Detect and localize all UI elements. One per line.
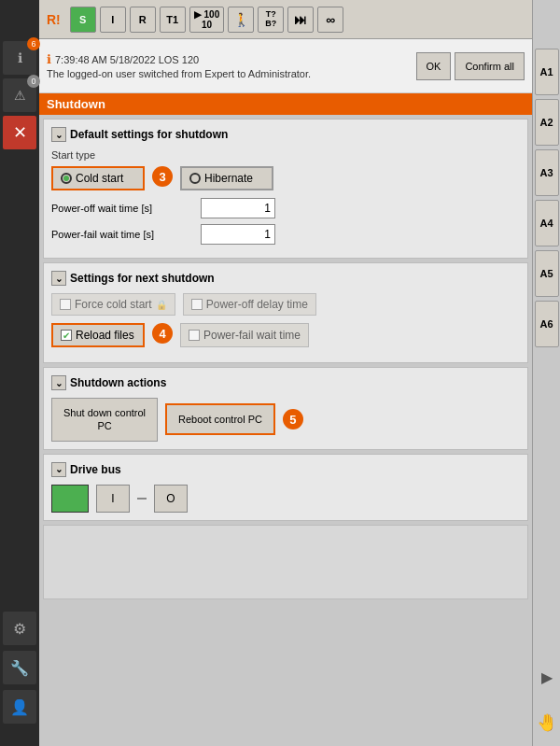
toolbar-tb-btn[interactable]: T?B? <box>258 7 284 33</box>
app-label: R! <box>39 12 68 27</box>
default-settings-header[interactable]: ⌄ Default settings for shutdown <box>51 127 520 142</box>
bottom-area <box>43 525 528 599</box>
power-fail-wait-checkbox <box>189 330 200 341</box>
default-settings-section: ⌄ Default settings for shutdown Start ty… <box>43 119 528 259</box>
right-panel-a5[interactable]: A5 <box>535 250 559 297</box>
right-panel: A1 A2 A3 A4 A5 A6 ▶ 🤚 <box>532 0 560 746</box>
shutdown-actions-section: ⌄ Shutdown actions Shut down controlPC R… <box>43 367 528 450</box>
notification-info: ℹ 7:39:48 AM 5/18/2022 LOS 120 The logge… <box>47 52 416 79</box>
power-fail-wait-label: Power-fail wait time [s] <box>51 229 201 240</box>
drive-bus-controls: I O <box>51 485 520 513</box>
close-button[interactable]: ✕ <box>3 116 36 149</box>
reboot-control-pc-btn[interactable]: Reboot control PC <box>165 403 275 435</box>
drive-bus-o-btn[interactable]: O <box>154 485 188 513</box>
next-settings-header[interactable]: ⌄ Settings for next shutdown <box>51 271 520 286</box>
right-panel-a3[interactable]: A3 <box>535 149 559 196</box>
next-settings-toggle[interactable]: ⌄ <box>51 271 66 286</box>
start-type-row: Cold start 3 Hibernate <box>51 166 520 190</box>
confirm-all-button[interactable]: Confirm all <box>455 52 525 80</box>
drive-bus-i-btn[interactable]: I <box>96 485 130 513</box>
shutdown-control-label: Shut down controlPC <box>63 407 146 431</box>
nav-gear[interactable]: ⚙ <box>3 612 36 645</box>
action-row: Shut down controlPC Reboot control PC 5 <box>51 398 520 442</box>
right-panel-a1[interactable]: A1 <box>535 49 559 95</box>
drive-bus-status-indicator <box>51 485 89 513</box>
nav-user[interactable]: 👤 <box>3 690 36 724</box>
next-settings-row-1: Force cold start 🔒 Power-off delay time <box>51 293 520 316</box>
drive-bus-header[interactable]: ⌄ Drive bus <box>51 462 520 477</box>
force-cold-start-btn[interactable]: Force cold start 🔒 <box>51 293 175 316</box>
toolbar-s-btn[interactable]: S <box>70 7 96 33</box>
toolbar-r-btn[interactable]: R <box>130 7 156 33</box>
toolbar-skip-btn[interactable]: ⏭ <box>287 7 314 33</box>
badge-count-0: 0 <box>27 75 40 88</box>
start-type-label: Start type <box>51 149 520 161</box>
main-content: Shutdown ⌄ Default settings for shutdown… <box>39 93 532 746</box>
right-panel-arrow-down[interactable]: ▶ <box>541 669 553 686</box>
toolbar-inf-btn[interactable]: ∞ <box>317 7 343 33</box>
nav-tool[interactable]: 🔧 <box>3 651 36 684</box>
nav-item-1[interactable]: ℹ 6 <box>3 41 36 75</box>
next-settings-row-2: ✔ Reload files 4 Power-fail wait time <box>51 323 520 347</box>
right-panel-a4[interactable]: A4 <box>535 200 559 246</box>
top-toolbar: R! R! S I R T1 ▶ 10010 🚶 T?B? ⏭ ∞ <box>0 0 560 39</box>
power-fail-wait-row: Power-fail wait time [s] <box>51 224 520 245</box>
cold-start-radio[interactable]: Cold start <box>51 166 145 190</box>
toolbar-walk-btn[interactable]: 🚶 <box>228 7 254 33</box>
power-fail-wait-input[interactable] <box>201 224 275 245</box>
info-icon: ℹ <box>47 52 51 66</box>
power-off-wait-input[interactable] <box>201 198 275 218</box>
power-off-wait-label: Power-off wait time [s] <box>51 203 201 214</box>
reload-files-checkbox: ✔ <box>61 330 72 341</box>
force-cold-start-checkbox <box>60 299 71 310</box>
right-panel-a6[interactable]: A6 <box>535 301 559 347</box>
step-badge-4: 4 <box>152 323 173 344</box>
left-panel: ℹ 6 ⚠ 0 ✕ ⚙ 🔧 👤 <box>0 0 39 746</box>
next-settings-section: ⌄ Settings for next shutdown Force cold … <box>43 262 528 363</box>
right-panel-arrow-hand[interactable]: 🤚 <box>537 712 557 733</box>
nav-item-2[interactable]: ⚠ 0 <box>3 78 36 112</box>
badge-count-6: 6 <box>27 37 40 50</box>
shutdown-control-pc-btn[interactable]: Shut down controlPC <box>51 398 158 442</box>
power-off-delay-checkbox <box>191 299 203 310</box>
hibernate-radio-circle <box>189 173 201 184</box>
step-badge-5: 5 <box>283 409 303 429</box>
step-badge-3: 3 <box>152 166 173 187</box>
drive-bus-toggle[interactable]: ⌄ <box>51 462 66 477</box>
reboot-control-label: Reboot control PC <box>178 414 262 425</box>
shutdown-header: Shutdown <box>39 93 532 115</box>
toolbar-i-btn[interactable]: I <box>100 7 126 33</box>
notification-bar: ℹ 7:39:48 AM 5/18/2022 LOS 120 The logge… <box>39 39 532 93</box>
power-fail-wait-btn[interactable]: Power-fail wait time <box>180 323 309 347</box>
lock-icon: 🔒 <box>156 300 167 310</box>
toolbar-run-btn[interactable]: ▶ 10010 <box>189 7 224 33</box>
notification-time: ℹ 7:39:48 AM 5/18/2022 LOS 120 <box>47 52 416 66</box>
bus-separator <box>137 498 147 500</box>
default-settings-toggle[interactable]: ⌄ <box>51 127 66 142</box>
shutdown-actions-header[interactable]: ⌄ Shutdown actions <box>51 375 520 390</box>
drive-bus-section: ⌄ Drive bus I O <box>43 454 528 521</box>
cold-start-radio-circle <box>61 173 72 184</box>
power-off-wait-row: Power-off wait time [s] <box>51 198 520 218</box>
toolbar-t1-btn[interactable]: T1 <box>160 7 186 33</box>
hibernate-radio[interactable]: Hibernate <box>180 166 273 190</box>
right-panel-a2[interactable]: A2 <box>535 99 559 146</box>
shutdown-actions-toggle[interactable]: ⌄ <box>51 375 66 390</box>
power-off-delay-btn[interactable]: Power-off delay time <box>183 293 316 316</box>
reload-files-btn[interactable]: ✔ Reload files <box>51 323 145 347</box>
notification-buttons: OK Confirm all <box>416 52 525 80</box>
notification-message: The logged-on user switched from Expert … <box>47 68 416 79</box>
ok-button[interactable]: OK <box>416 52 452 80</box>
